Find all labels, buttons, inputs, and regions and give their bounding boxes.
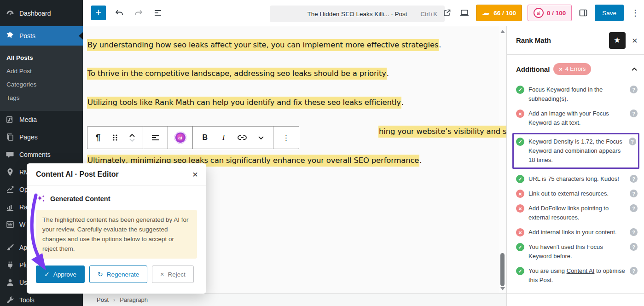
block-options-kebab-icon[interactable]: ⋮ [280, 129, 293, 146]
paragraph-block-icon[interactable]: ¶ [92, 129, 104, 146]
link-icon[interactable] [236, 129, 249, 146]
move-up-icon[interactable] [129, 133, 135, 138]
plug-icon [6, 260, 15, 270]
pass-check-icon: ✓ [516, 267, 524, 275]
help-icon[interactable]: ? [630, 228, 638, 236]
rank-chart-icon [6, 202, 15, 212]
rank-math-swoosh-icon [482, 10, 490, 16]
pages-icon [6, 133, 15, 142]
seo-check-item: ×Add DoFollow links pointing to external… [516, 204, 638, 222]
sidebar-subitem-categories[interactable]: Categories [0, 78, 83, 91]
menu-item-label: Pages [19, 133, 38, 141]
help-icon[interactable]: ? [630, 110, 638, 117]
dashboard-gauge-icon [6, 9, 15, 18]
pin-panel-star-button[interactable]: ★ [609, 32, 626, 49]
undo-icon[interactable] [113, 7, 125, 19]
help-icon[interactable]: ? [630, 243, 638, 251]
device-preview-icon[interactable] [458, 7, 470, 19]
content-ai-dialog: Content AI · Post Editor × Generated Con… [27, 163, 206, 294]
editor-paragraph[interactable]: Utilizing tools like Rank Math can help … [87, 98, 404, 107]
move-down-icon[interactable] [129, 138, 135, 142]
breadcrumb-separator-icon: › [113, 296, 115, 303]
menu-item-label: Comments [19, 151, 51, 158]
reject-button[interactable]: × Reject [152, 266, 193, 283]
italic-icon[interactable]: I [217, 129, 230, 146]
more-formats-chevron-icon[interactable] [255, 129, 267, 146]
bold-icon[interactable]: B [198, 129, 211, 146]
seo-checklist: ✓Focus Keyword found in the subheading(s… [507, 75, 644, 285]
refresh-icon: ↻ [98, 271, 103, 278]
content-ai-link[interactable]: Content AI [567, 267, 595, 274]
pass-check-icon: ✓ [516, 175, 524, 183]
sidebar-subitem-all-posts[interactable]: All Posts [0, 51, 83, 64]
reject-label: Reject [168, 271, 186, 278]
options-kebab-icon[interactable]: ⋮ [629, 8, 641, 18]
scroll-up-arrow-icon[interactable] [500, 30, 505, 33]
fail-x-icon: × [516, 190, 524, 198]
content-ai-toolbar-icon[interactable]: ai [174, 129, 187, 146]
pass-check-icon: ✓ [516, 138, 524, 146]
help-icon[interactable]: ? [629, 138, 636, 145]
regenerate-button[interactable]: ↻ Regenerate [89, 266, 147, 283]
sidebar-item-pages[interactable]: Pages [0, 128, 83, 146]
close-panel-icon[interactable]: × [632, 35, 638, 46]
redo-icon[interactable] [133, 7, 145, 19]
collapse-section-chevron-icon[interactable] [631, 67, 638, 71]
posts-submenu: All PostsAdd PostCategoriesTags [0, 46, 83, 111]
editor-paragraph[interactable]: To thrive in the competitive landscape, … [87, 69, 389, 78]
dialog-close-icon[interactable]: × [192, 169, 198, 180]
seo-check-item: ×Add an image with your Focus Keyword as… [516, 109, 638, 127]
help-icon[interactable]: ? [630, 175, 638, 183]
seo-check-item: ✓Focus Keyword found in the subheading(s… [516, 85, 638, 104]
dialog-message: The highlighted content has been generat… [36, 210, 197, 259]
check-text: URL is 75 characters long. Kudos! [528, 174, 626, 184]
help-icon[interactable]: ? [630, 86, 638, 93]
rank-math-score-badge[interactable]: 66 / 100 [476, 5, 522, 21]
approve-button[interactable]: ✓ Approve [36, 266, 85, 283]
dashboard-label: Dashboard [19, 10, 51, 17]
breadcrumb-post[interactable]: Post [97, 296, 109, 303]
save-button[interactable]: Save [595, 5, 624, 21]
check-text: You haven't used this Focus Keyword befo… [528, 242, 626, 261]
sidebar-subitem-tags[interactable]: Tags [0, 91, 83, 104]
fail-x-icon: × [516, 110, 524, 118]
additional-section-label: Additional [516, 65, 550, 73]
errors-badge[interactable]: × 4 Errors [553, 63, 591, 75]
check-text: Keyword Density is 1.72, the Focus Keywo… [528, 137, 625, 165]
sidebar-item-media[interactable]: Media [0, 111, 83, 128]
sidebar-item-dashboard[interactable]: Dashboard [0, 0, 83, 26]
seo-score-value: 66 / 100 [493, 10, 516, 17]
help-icon[interactable]: ? [630, 204, 638, 212]
check-text: You are using Content AI to optimise thi… [528, 266, 626, 285]
external-link-icon[interactable] [441, 7, 453, 19]
document-title-pill[interactable]: The Hidden SEO Leaks Killi... · Post Ctr… [270, 6, 445, 22]
panel-divider [507, 293, 644, 294]
check-icon: ✓ [44, 271, 50, 278]
block-inserter-button[interactable]: + [91, 6, 106, 20]
content-ai-score-badge[interactable]: ai 0 / 100 [528, 5, 572, 21]
menu-item-label: Ap [19, 244, 27, 251]
sidebar-subitem-add-post[interactable]: Add Post [0, 64, 83, 78]
errors-count: 4 Errors [565, 66, 586, 72]
highlighted-text: Utilizing tools like Rank Math can help … [87, 97, 401, 109]
align-text-icon[interactable] [149, 129, 162, 146]
fail-x-icon: × [516, 204, 524, 213]
sidebar-item-comments[interactable]: Comments [0, 146, 83, 163]
list-view-icon[interactable] [152, 7, 164, 19]
seo-check-item: ✓You haven't used this Focus Keyword bef… [516, 242, 638, 261]
seo-check-item: ✓URL is 75 characters long. Kudos!? [516, 174, 638, 184]
help-icon[interactable]: ? [630, 190, 638, 197]
settings-sidebar-toggle-icon[interactable] [577, 7, 589, 19]
block-toolbar: ¶ ai B I ⋮ [87, 126, 299, 149]
command-shortcut: Ctrl+K [421, 11, 437, 17]
x-icon: × [160, 271, 164, 278]
help-icon[interactable]: ? [630, 267, 638, 275]
scroll-down-arrow-icon[interactable] [500, 287, 505, 290]
editor-paragraph[interactable]: By understanding how seo leaks affect yo… [87, 40, 441, 49]
sidebar-item-posts[interactable]: Posts [0, 26, 83, 46]
check-text: Link out to external resources. [528, 189, 626, 198]
scrollbar-thumb[interactable] [500, 253, 505, 286]
rank-math-panel: Rank Math ★ × Additional × 4 Errors ✓Foc… [506, 26, 644, 306]
menu-item-label: Us [19, 279, 27, 286]
drag-handle-icon[interactable] [109, 129, 122, 146]
